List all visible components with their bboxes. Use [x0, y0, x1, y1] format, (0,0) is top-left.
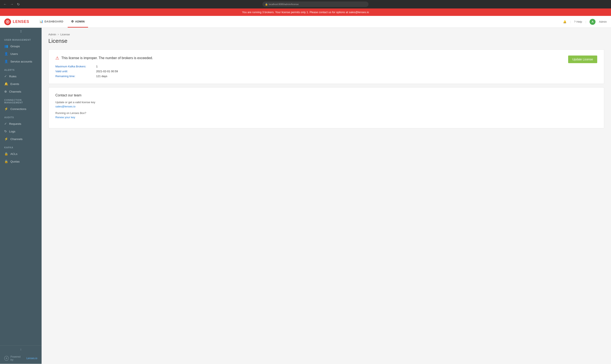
sidebar-item-connections[interactable]: ⚡ Connections: [0, 105, 42, 113]
sidebar-item-label: Requests: [9, 122, 21, 125]
sidebar-item-label: Connections: [10, 107, 26, 111]
admin-icon: ⚙: [71, 20, 74, 23]
svg-point-1: [7, 21, 8, 23]
user-name: Admin: [599, 20, 607, 23]
license-row-remaining: Remaining time: 121 days: [55, 75, 563, 78]
main-content: Admin > License License ⚠ This license i…: [42, 28, 611, 364]
license-warning-container: ⚠ This license is improper. The number o…: [55, 55, 597, 78]
sidebar-item-rules[interactable]: ✓ Rules: [0, 72, 42, 80]
contact-block-sales: Update or get a valid license key sales@…: [55, 101, 597, 108]
sidebar-item-label: Quotas: [10, 160, 20, 163]
update-license-button[interactable]: Update License: [568, 55, 597, 63]
section-audits: AUDITS: [0, 113, 42, 120]
tab-admin[interactable]: ⚙ ADMIN: [68, 16, 88, 27]
sidebar-item-acls[interactable]: 🔒 ACLs: [0, 150, 42, 158]
back-button[interactable]: ←: [2, 1, 8, 7]
sidebar-up-arrow[interactable]: ⇧: [0, 28, 42, 35]
sidebar-item-users[interactable]: 👤 Users: [0, 50, 42, 58]
breadcrumb-current: License: [60, 33, 70, 36]
forward-button[interactable]: →: [9, 1, 14, 7]
url-bar[interactable]: 🔒 localhost:8080/admin/license: [263, 1, 369, 7]
protocol-icon: 🔒: [265, 3, 268, 6]
channels-alerts-icon: ⊕: [4, 90, 7, 93]
sidebar-item-logs[interactable]: ↻ Logs: [0, 128, 42, 135]
warning-title: ⚠ This license is improper. The number o…: [55, 55, 563, 61]
valid-until-label: Valid until:: [55, 70, 94, 73]
alert-banner: You are running 3 brokers. Your license …: [0, 9, 611, 16]
logo-icon: [4, 18, 11, 25]
breadcrumb-separator: >: [57, 33, 59, 36]
acls-icon: 🔒: [4, 152, 8, 156]
tab-dashboard-label: DASHBOARD: [44, 20, 63, 23]
powered-label: Powered by:: [10, 355, 24, 361]
header-right: 🔔 | ? Help | A Admin: [563, 19, 607, 25]
logo-area: LENSES: [4, 18, 29, 25]
sidebar-item-requests[interactable]: ✓ Requests: [0, 120, 42, 128]
tab-dashboard[interactable]: 📊 DASHBOARD: [36, 16, 67, 27]
channels-audits-icon: ⚡: [4, 137, 8, 141]
valid-until-value: 2021-02-01 00:59: [96, 70, 118, 73]
remaining-value: 121 days: [96, 75, 107, 78]
help-icon: ?: [574, 20, 576, 23]
contact-sales-link[interactable]: sales@lenses.io: [55, 105, 76, 108]
quotas-icon: 🔒: [4, 159, 8, 163]
sidebar-item-label: Logs: [9, 130, 15, 133]
avatar-initial: A: [592, 20, 593, 23]
breadcrumb: Admin > License: [48, 33, 604, 36]
warning-content: ⚠ This license is improper. The number o…: [55, 55, 563, 78]
page-title: License: [48, 38, 604, 44]
logs-icon: ↻: [4, 130, 7, 133]
url-text: localhost:8080/admin/license: [269, 3, 299, 5]
events-icon: 🔔: [4, 82, 8, 86]
add-icon: +: [4, 356, 9, 361]
warning-icon: ⚠: [55, 55, 59, 61]
breadcrumb-admin-link[interactable]: Admin: [48, 33, 56, 36]
sidebar-item-channels-audits[interactable]: ⚡ Channels: [0, 135, 42, 143]
contact-title: Contact our team: [55, 93, 597, 97]
help-label: Help: [576, 20, 582, 23]
app-header: LENSES 📊 DASHBOARD ⚙ ADMIN 🔔 | ? Help | …: [0, 16, 611, 28]
browser-bar: ← → ↻ 🔒 localhost:8080/admin/license: [0, 0, 611, 9]
groups-icon: 👥: [4, 44, 8, 48]
warning-text: This license is improper. The number of …: [61, 56, 153, 60]
sidebar-item-label: Service accounts: [10, 60, 32, 63]
section-alerts: ALERTS: [0, 65, 42, 72]
avatar[interactable]: A: [590, 19, 596, 25]
dashboard-icon: 📊: [40, 20, 43, 23]
rules-icon: ✓: [4, 74, 7, 78]
sidebar-item-events[interactable]: 🔔 Events: [0, 80, 42, 88]
reload-button[interactable]: ↻: [16, 1, 21, 7]
sidebar-item-channels-alerts[interactable]: ⊕ Channels: [0, 88, 42, 95]
service-accounts-icon: 👤: [4, 60, 8, 63]
license-row-brokers: Maximum Kafka Brokers: 1: [55, 65, 563, 68]
sidebar-item-label: ACLs: [10, 152, 17, 156]
license-card: ⚠ This license is improper. The number o…: [48, 49, 604, 84]
sidebar-item-quotas[interactable]: 🔒 Quotas: [0, 158, 42, 165]
section-user-management: USER MANAGEMENT: [0, 35, 42, 42]
remaining-label: Remaining time:: [55, 75, 94, 78]
powered-link[interactable]: Lenses.io: [27, 357, 37, 360]
contact-block-renew: Running on Lenses Box? Renew your key: [55, 111, 597, 119]
sidebar-item-label: Channels: [10, 138, 23, 141]
sidebar-item-label: Groups: [10, 45, 20, 48]
sidebar-bottom: ↓ + Powered by: Lenses.io: [0, 345, 42, 364]
divider-2: |: [585, 20, 586, 23]
sidebar-powered: + Powered by: Lenses.io: [0, 353, 42, 364]
license-row-valid-until: Valid until: 2021-02-01 00:59: [55, 70, 563, 73]
bell-icon[interactable]: 🔔: [563, 20, 567, 23]
sidebar-item-service-accounts[interactable]: 👤 Service accounts: [0, 58, 42, 65]
sidebar-down-arrow[interactable]: ↓: [0, 346, 42, 353]
sidebar-item-label: Events: [10, 82, 19, 86]
sidebar-item-label: Rules: [9, 75, 16, 78]
section-connection-management: CONNECTION MANAGEMENT: [0, 95, 42, 105]
contact-renew-link[interactable]: Renew your key: [55, 116, 75, 119]
contact-card: Contact our team Update or get a valid l…: [48, 87, 604, 128]
sidebar-item-groups[interactable]: 👥 Groups: [0, 42, 42, 50]
logo-text: LENSES: [13, 19, 29, 24]
help-button[interactable]: ? Help: [574, 20, 582, 23]
contact-desc-sales: Update or get a valid license key: [55, 101, 597, 104]
divider-1: |: [570, 20, 570, 23]
tab-admin-label: ADMIN: [75, 20, 85, 23]
sidebar-item-label: Channels: [9, 90, 21, 93]
nav-tabs: 📊 DASHBOARD ⚙ ADMIN: [36, 16, 88, 27]
